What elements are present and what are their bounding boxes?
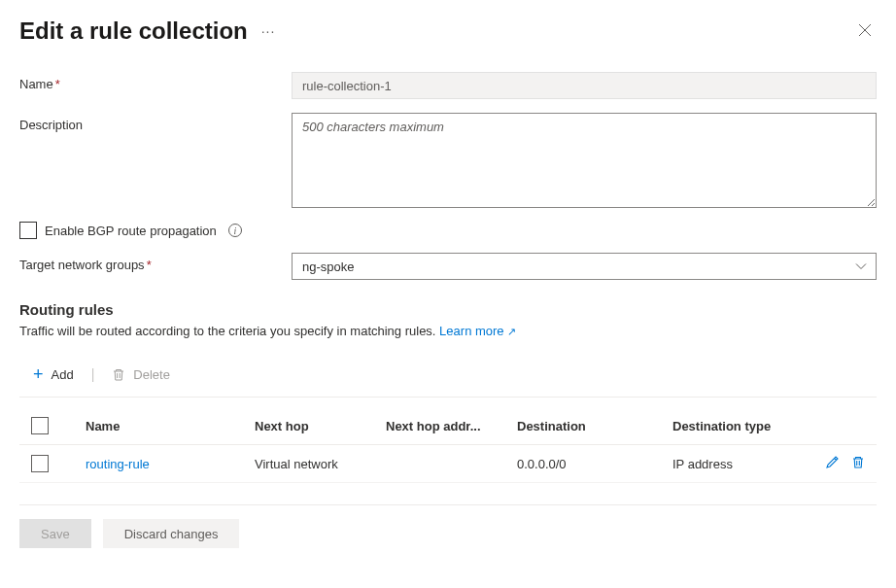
- plus-icon: +: [33, 365, 44, 383]
- learn-more-link[interactable]: Learn more↗: [439, 324, 515, 338]
- bgp-checkbox[interactable]: [19, 222, 37, 239]
- row-destination: 0.0.0.0/0: [517, 457, 672, 471]
- delete-label: Delete: [133, 367, 170, 382]
- name-label: Name*: [19, 72, 292, 91]
- trash-icon: [112, 367, 125, 382]
- target-label-text: Target network groups: [19, 258, 145, 272]
- required-asterisk: *: [147, 258, 152, 272]
- panel-header: Edit a rule collection ···: [19, 17, 877, 45]
- name-row: Name*: [19, 72, 877, 99]
- name-input[interactable]: [292, 72, 877, 99]
- target-select[interactable]: ng-spoke: [292, 253, 877, 280]
- header-destination[interactable]: Destination: [517, 419, 672, 433]
- header-check-col: [31, 417, 86, 434]
- description-row: Description: [19, 113, 877, 208]
- header-destination-type[interactable]: Destination type: [672, 419, 797, 433]
- required-asterisk: *: [55, 77, 60, 91]
- row-next-hop: Virtual network: [255, 457, 386, 471]
- delete-button: Delete: [110, 363, 172, 386]
- header-name[interactable]: Name: [86, 419, 255, 433]
- rules-desc-text: Traffic will be routed according to the …: [19, 324, 435, 338]
- toolbar-separator: |: [91, 366, 95, 382]
- target-label: Target network groups*: [19, 253, 292, 272]
- row-destination-type: IP address: [672, 457, 797, 471]
- add-label: Add: [52, 367, 74, 382]
- select-all-checkbox[interactable]: [31, 417, 49, 434]
- learn-more-text: Learn more: [439, 324, 503, 338]
- header-next-hop-addr[interactable]: Next hop addr...: [386, 419, 517, 433]
- row-checkbox[interactable]: [31, 455, 49, 472]
- page-title: Edit a rule collection: [19, 17, 248, 45]
- bgp-row: Enable BGP route propagation i: [19, 222, 877, 239]
- header-left: Edit a rule collection ···: [19, 17, 275, 45]
- rule-name-link[interactable]: routing-rule: [86, 457, 150, 471]
- table-header: Name Next hop Next hop addr... Destinati…: [19, 407, 877, 445]
- header-next-hop[interactable]: Next hop: [255, 419, 386, 433]
- table-row: routing-rule Virtual network 0.0.0.0/0 I…: [19, 445, 877, 483]
- more-menu[interactable]: ···: [261, 23, 276, 39]
- info-icon[interactable]: i: [228, 224, 242, 237]
- discard-button[interactable]: Discard changes: [103, 519, 240, 548]
- add-button[interactable]: + Add: [31, 362, 76, 387]
- target-row: Target network groups* ng-spoke: [19, 253, 877, 280]
- save-button[interactable]: Save: [19, 519, 91, 548]
- close-icon: [858, 23, 872, 37]
- row-name: routing-rule: [86, 457, 255, 471]
- rules-section-title: Routing rules: [19, 301, 877, 318]
- rules-table: Name Next hop Next hop addr... Destinati…: [19, 407, 877, 483]
- rules-toolbar: + Add | Delete: [19, 358, 877, 398]
- rules-section-desc: Traffic will be routed according to the …: [19, 324, 877, 338]
- bgp-label: Enable BGP route propagation: [45, 224, 217, 238]
- row-actions: [797, 455, 865, 472]
- name-label-text: Name: [19, 77, 53, 91]
- row-check-col: [31, 455, 86, 472]
- description-textarea[interactable]: [292, 113, 877, 208]
- external-link-icon: ↗: [507, 326, 516, 337]
- target-select-value: ng-spoke: [292, 253, 877, 280]
- delete-row-icon[interactable]: [851, 455, 865, 472]
- edit-icon[interactable]: [825, 455, 840, 472]
- close-button[interactable]: [853, 19, 877, 43]
- description-label: Description: [19, 113, 292, 132]
- footer: Save Discard changes: [19, 504, 877, 548]
